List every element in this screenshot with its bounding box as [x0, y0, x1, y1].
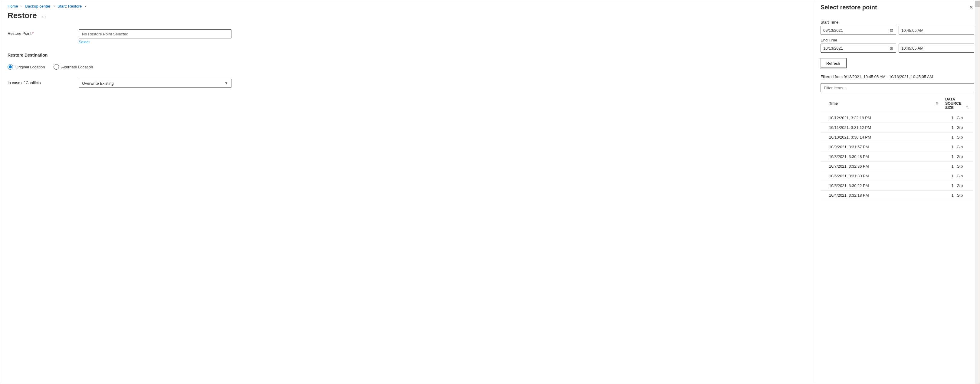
start-time-input[interactable]: 10:45:05 AM: [899, 26, 974, 35]
cell-size-unit: Gib: [955, 162, 973, 171]
cell-size-unit: Gib: [955, 181, 973, 191]
end-date-input[interactable]: 10/13/2021 📅︎: [821, 43, 896, 53]
radio-selected-icon: [8, 64, 13, 70]
cell-size-num: 1: [943, 191, 955, 200]
panel-scrollbar[interactable]: [975, 0, 980, 384]
conflicts-selected-value: Overwrite Existing: [82, 81, 114, 86]
breadcrumb-home[interactable]: Home: [8, 4, 18, 8]
conflicts-label: In case of Conflicts: [8, 81, 41, 85]
cell-size-num: 1: [943, 142, 955, 152]
start-date-input[interactable]: 09/13/2021 📅︎: [821, 26, 896, 35]
breadcrumb-backup-center[interactable]: Backup center: [25, 4, 50, 8]
radio-unselected-icon: [54, 64, 59, 70]
cell-size-unit: Gib: [955, 171, 973, 181]
table-row[interactable]: 10/8/2021, 3:30:48 PM1Gib: [821, 152, 973, 162]
filter-summary-text: Filtered from 9/13/2021, 10:45:05 AM - 1…: [821, 75, 974, 79]
cell-size-unit: Gib: [955, 132, 973, 142]
calendar-icon: 📅︎: [889, 46, 894, 51]
cell-time: 10/10/2021, 3:30:14 PM: [821, 132, 943, 142]
column-header-time-label: Time: [829, 101, 838, 105]
chevron-right-icon: ›: [85, 4, 86, 8]
radio-original-location-label: Original Location: [16, 65, 45, 69]
filter-items-input[interactable]: [821, 83, 974, 92]
table-row[interactable]: 10/12/2021, 3:32:19 PM1Gib: [821, 113, 973, 123]
table-row[interactable]: 10/5/2021, 3:30:22 PM1Gib: [821, 181, 973, 191]
column-header-time[interactable]: Time ⇅: [821, 94, 943, 113]
sort-icon: ⇅: [966, 105, 968, 110]
select-restore-point-panel: Select restore point ✕ Start Time 09/13/…: [815, 0, 980, 384]
end-time-value: 10:45:05 AM: [901, 46, 923, 51]
end-time-input[interactable]: 10:45:05 AM: [899, 43, 974, 53]
more-actions-icon[interactable]: …: [42, 13, 46, 19]
cell-size-num: 1: [943, 132, 955, 142]
select-restore-point-link[interactable]: Select: [79, 40, 89, 44]
required-icon: *: [32, 31, 33, 36]
cell-time: 10/7/2021, 3:32:36 PM: [821, 162, 943, 171]
cell-size-num: 1: [943, 181, 955, 191]
cell-size-unit: Gib: [955, 152, 973, 162]
destination-radio-group: Original Location Alternate Location: [8, 64, 808, 70]
chevron-right-icon: ›: [21, 4, 22, 8]
chevron-down-icon: ▼: [224, 81, 228, 85]
start-time-label: Start Time: [821, 20, 974, 24]
restore-point-input[interactable]: [79, 29, 231, 38]
cell-size-unit: Gib: [955, 123, 973, 132]
table-row[interactable]: 10/10/2021, 3:30:14 PM1Gib: [821, 132, 973, 142]
conflicts-select[interactable]: Overwrite Existing ▼: [79, 79, 231, 88]
table-row[interactable]: 10/9/2021, 3:31:57 PM1Gib: [821, 142, 973, 152]
cell-size-num: 1: [943, 162, 955, 171]
start-time-value: 10:45:05 AM: [901, 28, 923, 33]
cell-size-unit: Gib: [955, 113, 973, 123]
radio-alternate-location[interactable]: Alternate Location: [54, 64, 93, 70]
column-header-size-label: DATA SOURCE SIZE: [945, 97, 961, 110]
table-row[interactable]: 10/11/2021, 3:31:12 PM1Gib: [821, 123, 973, 132]
cell-size-num: 1: [943, 113, 955, 123]
breadcrumb: Home › Backup center › Start: Restore ›: [8, 4, 808, 8]
sort-icon: ⇅: [936, 101, 938, 105]
chevron-right-icon: ›: [53, 4, 54, 8]
restore-point-table-scroll[interactable]: Time ⇅ DATA SOURCE SIZE ⇅ 10/12/2021, 3:…: [821, 94, 974, 384]
restore-point-label: Restore Point: [8, 31, 32, 36]
restore-destination-heading: Restore Destination: [8, 53, 808, 57]
restore-point-table: Time ⇅ DATA SOURCE SIZE ⇅ 10/12/2021, 3:…: [821, 94, 973, 200]
cell-time: 10/11/2021, 3:31:12 PM: [821, 123, 943, 132]
cell-size-num: 1: [943, 171, 955, 181]
close-icon[interactable]: ✕: [968, 3, 974, 11]
table-row[interactable]: 10/4/2021, 3:32:18 PM1Gib: [821, 191, 973, 200]
start-date-value: 09/13/2021: [823, 28, 843, 33]
cell-size-num: 1: [943, 152, 955, 162]
cell-time: 10/6/2021, 3:31:30 PM: [821, 171, 943, 181]
cell-size-num: 1: [943, 123, 955, 132]
end-date-value: 10/13/2021: [823, 46, 843, 51]
panel-title: Select restore point: [821, 4, 877, 11]
main-content: Home › Backup center › Start: Restore › …: [0, 0, 815, 384]
calendar-icon: 📅︎: [889, 28, 894, 33]
cell-time: 10/4/2021, 3:32:18 PM: [821, 191, 943, 200]
cell-time: 10/8/2021, 3:30:48 PM: [821, 152, 943, 162]
page-title: Restore: [8, 11, 37, 20]
refresh-button[interactable]: Refresh: [821, 59, 846, 68]
column-header-size[interactable]: DATA SOURCE SIZE ⇅: [943, 94, 973, 113]
radio-alternate-location-label: Alternate Location: [61, 65, 93, 69]
cell-size-unit: Gib: [955, 142, 973, 152]
cell-time: 10/9/2021, 3:31:57 PM: [821, 142, 943, 152]
radio-original-location[interactable]: Original Location: [8, 64, 45, 70]
cell-size-unit: Gib: [955, 191, 973, 200]
table-row[interactable]: 10/7/2021, 3:32:36 PM1Gib: [821, 162, 973, 171]
end-time-label: End Time: [821, 38, 974, 42]
cell-time: 10/12/2021, 3:32:19 PM: [821, 113, 943, 123]
cell-time: 10/5/2021, 3:30:22 PM: [821, 181, 943, 191]
breadcrumb-start-restore[interactable]: Start: Restore: [57, 4, 82, 8]
table-row[interactable]: 10/6/2021, 3:31:30 PM1Gib: [821, 171, 973, 181]
